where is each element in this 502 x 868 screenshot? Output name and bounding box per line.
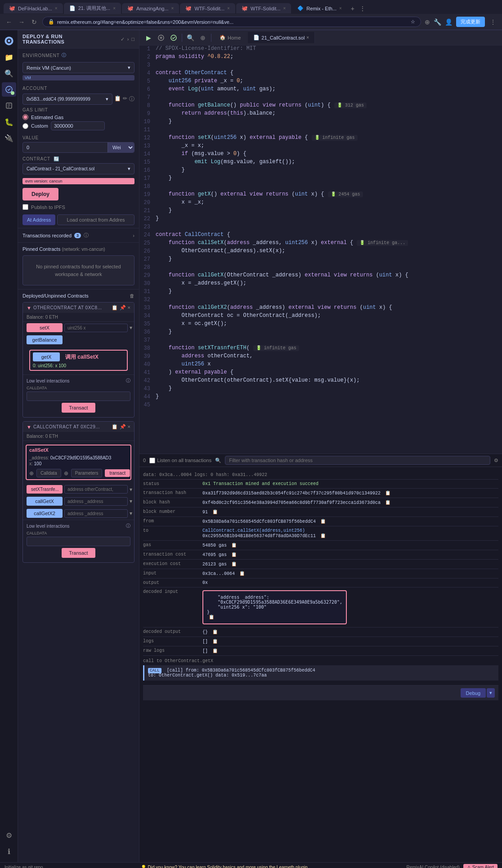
deploy-toolbar-icon[interactable] [168,32,179,43]
pin-icon[interactable]: 📌 [120,305,126,311]
debug-button[interactable]: Debug [461,688,486,698]
contract-select[interactable]: CallContract - 21_CallContract.sol ▾ [22,163,134,174]
calldata-button[interactable]: Calldata [36,469,61,477]
tab-wtf1[interactable]: 🐙 WTF-Solidit... × [180,3,235,13]
blockhash-copy-icon[interactable]: 📋 [385,500,390,505]
logs-copy-icon[interactable]: 📋 [212,639,218,644]
setxtransfr-button[interactable]: setXTrasnfe... [27,485,63,494]
search-toolbar-icon[interactable]: 🔍 [185,32,196,43]
activity-plugin[interactable]: 🔌 [2,131,16,145]
browser-menu-button[interactable]: ⋮ [489,18,498,27]
calldata-input-1[interactable] [27,392,130,401]
tab-remix[interactable]: 🔷 Remix - Eth... × [292,3,347,13]
callgetx2-button[interactable]: callGetX2 [27,509,63,518]
custom-gas-input[interactable] [51,121,105,130]
callgetx-button[interactable]: callGetX [27,497,63,506]
tab-close-2[interactable]: × [171,6,174,11]
compile-icon[interactable] [156,32,166,43]
callgetx2-chevron-icon[interactable]: ▾ [130,510,132,516]
unit-select[interactable]: Wei Gwei ETH [108,142,134,152]
estimated-gas-radio[interactable] [22,114,28,120]
tab-21call[interactable]: 📄 21. 调用其他... × [64,3,121,14]
txhash-copy-icon[interactable]: 📋 [385,491,390,496]
address-bar[interactable]: 🔒 remix.ethereum.org/#lang=en&optimize=f… [42,17,421,27]
value-input[interactable] [23,142,106,152]
transact-button-1[interactable]: Transact [62,403,95,413]
tab-close-3[interactable]: × [227,6,230,11]
callgetx-input[interactable] [64,497,128,506]
copy-callcontract-icon[interactable]: 📋 [112,424,118,430]
tab-wtf2[interactable]: 🐙 WTF-Solidit... × [236,3,291,13]
tab-close-5[interactable]: × [339,6,342,11]
activity-files[interactable]: 📁 [2,50,16,64]
rawlogs-copy-icon[interactable]: 📋 [212,649,218,654]
decoded-input-copy-icon[interactable]: 📋 [209,615,214,620]
tab-defihacklab[interactable]: 🐙 DeFiHackLab... × [4,3,63,13]
environment-select[interactable]: Remix VM (Cancun) ▾ [22,62,134,73]
tab-amazingAng[interactable]: 🐙 AmazingAng... × [122,3,179,13]
setx-button[interactable]: setX [27,323,63,332]
activity-debug[interactable]: 🐛 [2,115,16,129]
txcost-copy-icon[interactable]: 📋 [231,552,237,557]
activity-settings[interactable]: ⚙ [2,828,16,842]
listen-all-checkbox[interactable] [149,458,155,463]
tabs-menu-button[interactable]: ⋮ [358,4,367,13]
setxtransfr-input[interactable] [64,485,128,494]
setx-input[interactable] [64,324,128,332]
run-icon[interactable]: ▶ [143,32,154,43]
getx-button[interactable]: getX [33,352,60,361]
tab-home[interactable]: 🏠 Home [214,32,246,43]
execcost-copy-icon[interactable]: 📋 [231,562,237,567]
tab-close-1[interactable]: × [113,6,116,11]
deploy-button[interactable]: Deploy [22,188,58,200]
activity-solidity[interactable] [2,98,16,113]
debug-chevron-button[interactable]: ▾ [487,688,495,698]
edit-account-icon[interactable]: ✏ [123,95,127,103]
transact-small-button[interactable]: transact [105,469,130,477]
close-callcontract-icon[interactable]: × [128,424,130,430]
othercontract-header[interactable]: ▼ OTHERCONTRACT AT 0XC8... 📋 📌 × [23,303,134,313]
transactions-row[interactable]: Transactions recorded 3 ⓘ › [18,228,139,242]
input-copy-icon[interactable]: 📋 [239,571,245,576]
getbalance-button[interactable]: getBalance [27,335,63,344]
refresh-icon[interactable]: 🔄 [54,156,59,161]
tab-file[interactable]: 📄 21_CallContract.sol × [248,32,315,43]
callgetx2-input[interactable] [64,509,128,518]
back-button[interactable]: ← [4,18,13,27]
filter-input[interactable] [225,456,490,465]
blocknum-copy-icon[interactable]: 📋 [212,510,218,515]
callcontract-header[interactable]: ▼ CALLCONTRACT AT 0XC29... 📋 📌 × [23,422,134,432]
publish-checkbox[interactable] [22,204,28,210]
tab-close-0[interactable]: × [55,6,58,11]
copy-instance-icon[interactable]: 📋 [112,305,118,311]
file-tab-close[interactable]: × [306,35,309,40]
complete-update-button[interactable]: 完成更新 [456,17,485,27]
zoom-toolbar-icon[interactable]: ⊕ [197,32,208,43]
setxtransfr-chevron-icon[interactable]: ▾ [130,486,132,493]
gas-copy-icon[interactable]: 📋 [231,543,237,548]
load-contract-button[interactable]: Load contract from Addres [57,214,134,225]
tab-close-4[interactable]: × [283,6,286,11]
custom-gas-radio[interactable] [22,123,28,129]
account-select[interactable]: 0x5B3...eddC4 (99.9999999999 ▾ [22,93,112,105]
activity-info[interactable]: ℹ [2,844,16,859]
params-button[interactable]: Parameters [71,469,103,477]
from-copy-icon[interactable]: 📋 [320,519,326,524]
new-tab-button[interactable]: + [348,4,357,13]
activity-search[interactable]: 🔍 [2,66,16,80]
reload-button[interactable]: ↻ [30,18,39,27]
activity-deploy[interactable] [2,82,16,97]
close-instance-icon[interactable]: × [128,305,130,311]
decoded-output-copy-icon[interactable]: 📋 [212,630,218,635]
calldata-input-2[interactable] [27,537,130,546]
copy-account-icon[interactable]: 📋 [114,95,121,103]
transact-button-2[interactable]: Transact [62,548,95,558]
deployed-trash-icon[interactable]: 🗑 [130,293,134,298]
forward-button[interactable]: → [17,18,26,27]
at-address-button[interactable]: At Address [22,214,55,225]
callgetx-chevron-icon[interactable]: ▾ [130,498,132,504]
info-account-icon[interactable]: ⓘ [129,95,134,103]
setx-chevron-icon[interactable]: ▾ [130,325,132,331]
pin-callcontract-icon[interactable]: 📌 [120,424,126,430]
to-copy-icon[interactable]: 📋 [320,534,326,539]
